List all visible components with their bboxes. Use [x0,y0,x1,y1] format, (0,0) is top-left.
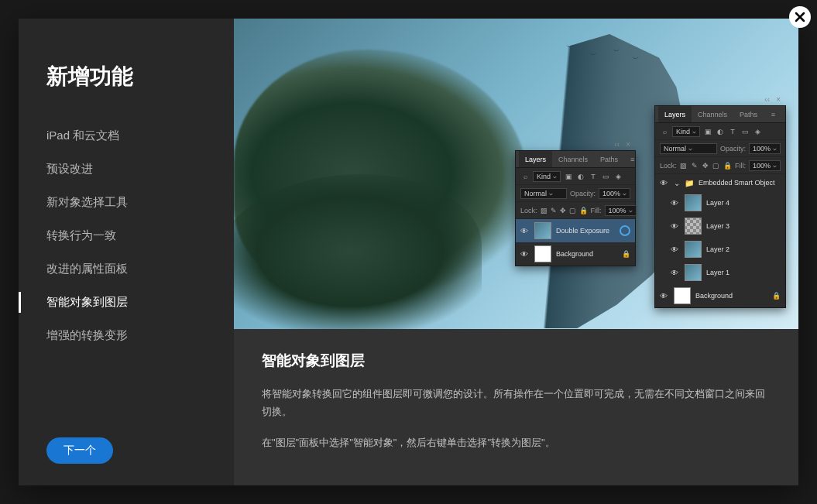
tab-layers[interactable]: Layers [519,151,552,167]
lock-all-icon[interactable]: 🔒 [723,161,732,170]
layer-name: Layer 1 [706,269,781,276]
layers-panel-after: ‹‹ × Layers Channels Paths ≡ ⌕ Kind ▣ ◐ … [654,105,786,308]
nav-item-properties[interactable]: 改进的属性面板 [46,252,234,286]
panel-tabs: Layers Channels Paths ≡ [655,106,785,123]
nav-item-warp[interactable]: 增强的转换变形 [46,319,234,352]
filter-shape-icon[interactable]: ▭ [601,172,610,181]
lock-pixels-icon[interactable]: ▨ [680,161,688,170]
layer-name: Layer 2 [706,245,781,253]
description: 智能对象到图层 将智能对象转换回它的组件图层即可微调您的设计。所有操作在一个位置… [234,329,798,485]
modal-title: 新增功能 [46,62,234,91]
lock-move-icon[interactable]: ✥ [560,206,566,215]
layer-name: Layer 3 [706,222,781,230]
layer-row[interactable]: 👁 Double Exposure [516,219,635,242]
nav-list: iPad 和云文档 预设改进 新对象选择工具 转换行为一致 改进的属性面板 智能… [46,119,234,352]
tab-layers[interactable]: Layers [658,106,692,122]
panel-tabs: Layers Channels Paths ≡ [516,151,635,168]
filter-adjust-icon[interactable]: ◐ [576,172,585,181]
opacity-value[interactable]: 100% [749,143,781,154]
search-icon[interactable]: ⌕ [660,127,669,136]
opacity-value[interactable]: 100% [599,188,630,199]
sidebar: 新增功能 iPad 和云文档 预设改进 新对象选择工具 转换行为一致 改进的属性… [19,19,234,485]
lock-icon: 🔒 [622,250,630,258]
layer-row[interactable]: 👁 Background 🔒 [516,242,635,266]
visibility-icon[interactable]: 👁 [671,222,680,231]
filter-select[interactable]: Kind [672,126,700,137]
filter-row: ⌕ Kind ▣ ◐ T ▭ ◈ [655,123,785,140]
layer-row[interactable]: 👁 Layer 1 [655,261,785,284]
fill-value[interactable]: 100% [749,160,781,171]
filter-shape-icon[interactable]: ▭ [740,127,750,136]
filter-image-icon[interactable]: ▣ [564,172,573,181]
layer-row[interactable]: 👁 Background 🔒 [655,284,785,307]
panel-close-icon[interactable]: × [626,140,630,149]
lock-brush-icon[interactable]: ✎ [691,161,699,170]
lock-brush-icon[interactable]: ✎ [551,206,557,215]
layer-name: Layer 4 [706,199,781,207]
tab-channels[interactable]: Channels [692,111,733,118]
visibility-icon[interactable]: 👁 [520,227,530,235]
tab-channels[interactable]: Channels [552,156,594,163]
close-button[interactable] [789,6,811,28]
tab-paths[interactable]: Paths [594,156,624,163]
panel-collapse-icon[interactable]: ‹‹ [614,140,620,149]
panel-close-icon[interactable]: × [776,95,781,104]
fill-label: Fill: [735,162,746,170]
tab-paths[interactable]: Paths [733,111,764,118]
whats-new-modal: 新增功能 iPad 和云文档 预设改进 新对象选择工具 转换行为一致 改进的属性… [19,19,798,485]
layer-row[interactable]: 👁 Layer 3 [655,214,785,238]
folder-icon: 📁 [685,179,694,187]
visibility-icon[interactable]: 👁 [671,199,680,207]
search-icon[interactable]: ⌕ [520,172,530,181]
filter-image-icon[interactable]: ▣ [703,127,712,136]
filter-row: ⌕ Kind ▣ ◐ T ▭ ◈ [516,168,635,185]
description-paragraph: 在"图层"面板中选择"智能对象"，然后右键单击选择"转换为图层"。 [262,434,771,451]
visibility-icon[interactable]: 👁 [660,179,669,187]
lock-row: Lock: ▨ ✎ ✥ ▢ 🔒 Fill: 100% [516,202,635,219]
layer-group[interactable]: 👁 ⌄ 📁 Embedded Smart Object [655,174,785,191]
nav-item-object-select[interactable]: 新对象选择工具 [46,186,234,219]
filter-smart-icon[interactable]: ◈ [753,127,762,136]
fill-value[interactable]: 100% [605,205,637,216]
lock-icon: 🔒 [772,292,781,300]
panel-menu-icon[interactable]: ≡ [765,111,782,118]
lock-row: Lock: ▨ ✎ ✥ ▢ 🔒 Fill: 100% [655,157,785,174]
lock-label: Lock: [520,207,537,214]
lock-all-icon[interactable]: 🔒 [579,206,588,215]
layer-thumbnail [534,222,551,239]
visibility-icon[interactable]: 👁 [671,269,680,277]
layer-row[interactable]: 👁 Layer 2 [655,238,785,261]
nav-item-presets[interactable]: 预设改进 [46,153,234,186]
layer-thumbnail [685,264,702,281]
chevron-down-icon[interactable]: ⌄ [674,179,680,187]
panel-collapse-icon[interactable]: ‹‹ [764,95,770,104]
filter-smart-icon[interactable]: ◈ [613,172,623,181]
nav-item-ipad[interactable]: iPad 和云文档 [46,119,234,153]
visibility-icon[interactable]: 👁 [660,292,669,300]
nav-item-smart-object[interactable]: 智能对象到图层 [46,286,234,319]
filter-select[interactable]: Kind [533,171,561,182]
convert-indicator-icon [620,225,630,236]
panel-menu-icon[interactable]: ≡ [624,156,641,163]
lock-move-icon[interactable]: ✥ [702,161,709,170]
opacity-label: Opacity: [570,190,596,197]
layer-name: Double Exposure [556,227,615,235]
filter-type-icon[interactable]: T [728,127,737,136]
blend-mode-select[interactable]: Normal [660,143,717,154]
layer-name: Background [556,250,617,258]
hero-image: ︶︶︶︶ ‹‹ × Layers Channels Paths ≡ ⌕ Kind… [234,19,798,329]
layer-row[interactable]: 👁 Layer 4 [655,191,785,214]
layer-thumbnail [685,194,702,211]
visibility-icon[interactable]: 👁 [520,250,530,259]
lock-artboard-icon[interactable]: ▢ [569,206,576,215]
blend-mode-select[interactable]: Normal [520,188,567,199]
visibility-icon[interactable]: 👁 [671,245,680,254]
lock-pixels-icon[interactable]: ▨ [541,206,548,215]
blend-row: Normal Opacity: 100% [655,140,785,157]
nav-item-transform[interactable]: 转换行为一致 [46,219,234,252]
filter-adjust-icon[interactable]: ◐ [716,127,725,136]
layer-thumbnail [534,245,551,262]
filter-type-icon[interactable]: T [589,172,598,181]
next-button[interactable]: 下一个 [46,437,113,464]
lock-artboard-icon[interactable]: ▢ [712,161,720,170]
